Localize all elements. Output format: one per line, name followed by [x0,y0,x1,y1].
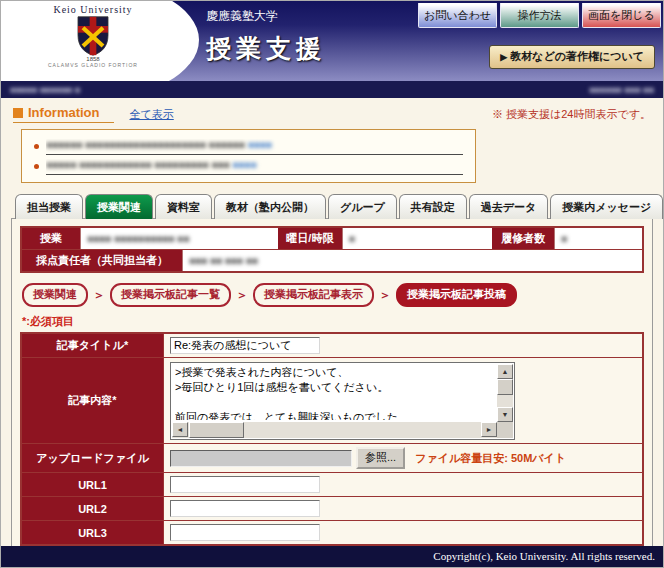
day-period-label: 曜日/時限 [278,228,342,249]
class-info-row: 授業 ■■■■ ■■■■■■■■■■ ■■ 曜日/時限 ■ 履修者数 ■ [22,228,642,249]
url1-input[interactable] [170,476,320,493]
app-window: Keio University 1858 CALAMVS GLADIO FORT… [0,0,664,568]
tab-share-settings[interactable]: 共有設定 [399,194,467,219]
url3-row: URL3 [22,520,642,544]
info-item-link-redacted[interactable]: ■■■■ [248,139,272,150]
chevron-right-icon: ＞ [93,287,105,304]
info-item[interactable]: ■■■■■ ■■■■■■■■■■■■ ■■■■■■■■■ ■■■ ■■■■ [34,155,463,175]
tab-document-room[interactable]: 資料室 [155,194,212,219]
chevron-right-icon: ＞ [236,287,248,304]
class-label: 授業 [22,228,80,249]
url2-row: URL2 [22,496,642,520]
information-title: Information [28,105,100,120]
main-panel: 授業 ■■■■ ■■■■■■■■■■ ■■ 曜日/時限 ■ 履修者数 ■ 採点責… [11,218,653,548]
article-content-cell: >授業で発表された内容について、 >毎回ひとり1回は感想を書いてください。 前回… [164,358,642,443]
scroll-up-icon[interactable]: ▲ [497,364,513,379]
required-fields-note: *:必須項目 [22,314,644,329]
scroll-right-icon[interactable]: ► [481,422,497,437]
enrolled-value-redacted: ■ [561,233,567,244]
information-section: Information 全て表示 ※ 授業支援は24時間表示です。 ■■■■■■… [1,98,663,188]
article-title-input[interactable] [170,337,320,354]
keio-logo: Keio University 1858 CALAMVS GLADIO FORT… [23,4,163,68]
url2-input[interactable] [170,500,320,517]
tab-past-data[interactable]: 過去データ [469,194,549,219]
info-item-text: ■■■■■■ ■■■■■■■■■■■■■■■■■■■■ ■■■■■■ ■■■■ [46,139,463,155]
upload-file-input[interactable] [170,450,352,467]
article-content-label: 記事内容* [22,358,164,443]
grader-row: 採点責任者（共同担当者） ■■■ ■■ ■■■ ■■ [22,249,642,271]
status-bar: ■■■■■ ■■■■■■ ■ ■■■■■■ ■■■ ■■ [1,81,663,98]
close-screen-button[interactable]: 画面を閉じる [582,3,661,28]
scroll-left-icon[interactable]: ◄ [172,422,188,437]
tab-assigned-classes[interactable]: 担当授業 [15,194,83,219]
annotation-underline: 前回の発表では、とても興味深いものでした。 [175,411,409,420]
app-header: Keio University 1858 CALAMVS GLADIO FORT… [1,1,663,81]
info-item-link-redacted[interactable]: ■■■■ [232,159,256,170]
upload-file-label: アップロードファイル [22,444,164,472]
article-title-label: 記事タイトル* [22,334,164,357]
grader-value-redacted: ■■■ ■■ ■■■ ■■ [189,255,258,266]
tab-group[interactable]: グループ [328,194,397,219]
chevron-right-icon: ＞ [379,287,391,304]
tab-bar: 担当授業 授業関連 資料室 教材（塾内公開） グループ 共有設定 過去データ 授… [1,194,663,219]
browse-button[interactable]: 参照... [356,447,405,469]
vertical-scroll-thumb[interactable] [497,379,513,395]
url3-label: URL3 [22,521,164,544]
tab-materials-internal[interactable]: 教材（塾内公開） [214,194,326,219]
scroll-down-icon[interactable]: ▼ [497,407,513,422]
bullet-icon [34,144,39,149]
post-form-table: 記事タイトル* 記事内容* >授業で発表された内容について、 >毎回ひとり1回は… [20,332,644,546]
breadcrumb-board-article-view[interactable]: 授業掲示板記事表示 [253,283,374,307]
information-title-wrap: Information [13,105,114,123]
grader-value: ■■■ ■■ ■■■ ■■ [182,250,642,271]
horizontal-scroll-thumb[interactable] [189,422,244,438]
url1-label: URL1 [22,473,164,496]
enrolled-label: 履修者数 [492,228,554,249]
breadcrumb: 授業関連 ＞ 授業掲示板記事一覧 ＞ 授業掲示板記事表示 ＞ 授業掲示板記事投稿 [22,283,644,307]
howto-button[interactable]: 操作方法 [500,3,579,28]
breadcrumb-class-related[interactable]: 授業関連 [22,283,88,307]
class-info-table: 授業 ■■■■ ■■■■■■■■■■ ■■ 曜日/時限 ■ 履修者数 ■ 採点責… [20,226,644,273]
orange-square-icon [13,108,23,118]
24h-availability-note: ※ 授業支援は24時間表示です。 [492,107,651,122]
file-size-note: ファイル容量目安: 50Mバイト [415,451,566,466]
info-item[interactable]: ■■■■■■ ■■■■■■■■■■■■■■■■■■■■ ■■■■■■ ■■■■ [34,135,463,155]
university-name: 慶應義塾大学 [206,8,326,25]
info-item-text: ■■■■■ ■■■■■■■■■■■■ ■■■■■■■■■ ■■■ ■■■■ [46,159,463,175]
grader-label: 採点責任者（共同担当者） [22,250,182,271]
show-all-link[interactable]: 全て表示 [130,107,174,122]
url1-cell [164,473,642,496]
url1-row: URL1 [22,472,642,496]
materials-copyright-button[interactable]: ▶教材などの著作権について [489,45,655,69]
url3-input[interactable] [170,524,320,541]
day-period-value-redacted: ■ [349,233,355,244]
article-title-cell [164,334,642,357]
day-period-value: ■ [342,228,492,249]
tab-class-messages[interactable]: 授業内メッセージ [550,194,663,219]
tab-class-related[interactable]: 授業関連 [85,194,153,219]
materials-copyright-label: 教材などの著作権について [510,50,644,62]
article-content-text: >授業で発表された内容について、 >毎回ひとり1回は感想を書いてください。 前回… [175,365,495,420]
header-nav-buttons: お問い合わせ 操作方法 画面を閉じる [418,3,661,28]
class-value: ■■■■ ■■■■■■■■■■ ■■ [80,228,278,249]
breadcrumb-board-article-list[interactable]: 授業掲示板記事一覧 [110,283,231,307]
vertical-scrollbar[interactable]: ▲ ▼ [497,364,513,422]
upload-row: アップロードファイル 参照... ファイル容量目安: 50Mバイト [22,443,642,472]
information-header: Information 全て表示 ※ 授業支援は24時間表示です。 [13,105,653,123]
content-line [175,395,495,410]
content-line: >毎回ひとり1回は感想を書いてください。 [175,380,495,395]
logged-in-user-redacted: ■■■■■ ■■■■■■ ■ [10,85,80,95]
footer-copyright: Copyright(c), Keio University. All right… [433,550,655,562]
url2-cell [164,497,642,520]
logo-university-name: Keio University [23,4,163,15]
article-content-textarea[interactable]: >授業で発表された内容について、 >毎回ひとり1回は感想を書いてください。 前回… [170,362,515,440]
horizontal-scrollbar[interactable]: ◄ ► [172,422,497,438]
contact-button[interactable]: お問い合わせ [418,3,497,28]
info-item-text-redacted: ■■■■■■ ■■■■■■■■■■■■■■■■■■■■ ■■■■■■ [46,139,248,150]
datetime-redacted: ■■■■■■ ■■■ ■■ [589,85,654,95]
content-line-annotated: 前回の発表では、とても興味深いものでした。 [175,410,495,420]
title-row: 記事タイトル* [22,334,642,357]
keio-crest-icon [76,16,110,56]
header-titles: 慶應義塾大学 授業支援 [206,8,326,65]
app-title: 授業支援 [206,32,326,65]
